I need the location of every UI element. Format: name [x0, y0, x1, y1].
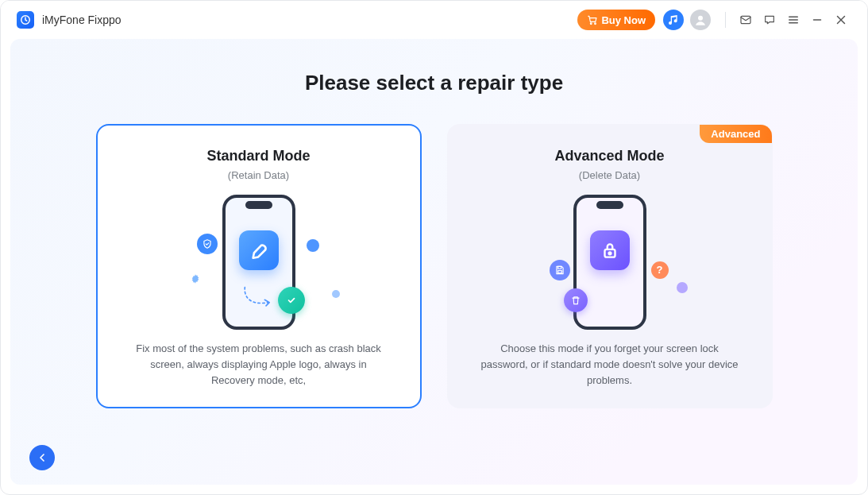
trash-icon [564, 288, 588, 312]
advanced-badge: Advanced [700, 125, 771, 143]
page-heading: Please select a repair type [10, 71, 858, 95]
svg-rect-15 [557, 270, 561, 273]
standard-card-description: Fix most of the system problems, such as… [123, 341, 395, 389]
content-area: Please select a repair type Standard Mod… [10, 39, 858, 485]
svg-point-3 [698, 16, 703, 21]
svg-point-2 [595, 23, 596, 25]
minimize-button[interactable] [805, 8, 829, 32]
app-logo [17, 11, 34, 29]
gear-icon [187, 271, 203, 287]
buy-now-label: Buy Now [601, 14, 646, 26]
advanced-illustration: ? [474, 192, 746, 331]
advanced-card-description: Choose this mode if you forget your scre… [474, 341, 746, 389]
standard-card-subtitle: (Retain Data) [123, 169, 395, 181]
question-icon: ? [651, 261, 669, 279]
shield-icon [197, 234, 218, 254]
svg-rect-14 [557, 266, 561, 269]
titlebar: iMyFone Fixppo Buy Now [1, 1, 867, 39]
svg-point-13 [608, 252, 611, 254]
cards-row: Standard Mode (Retain Data) [10, 124, 858, 408]
close-button[interactable] [829, 8, 853, 32]
music-icon[interactable] [663, 10, 684, 30]
standard-card-title: Standard Mode [123, 148, 395, 164]
menu-icon[interactable] [781, 8, 805, 32]
feedback-icon[interactable] [758, 8, 781, 32]
buy-now-button[interactable]: Buy Now [577, 10, 655, 30]
decor-dot [332, 290, 340, 298]
card-advanced-mode[interactable]: Advanced Advanced Mode (Delete Data) [447, 124, 773, 408]
mail-icon[interactable] [734, 8, 758, 32]
advanced-card-subtitle: (Delete Data) [474, 169, 746, 181]
standard-illustration [123, 192, 395, 331]
advanced-card-title: Advanced Mode [474, 148, 746, 164]
decor-dot [307, 239, 319, 252]
check-icon [278, 287, 305, 314]
profile-icon[interactable] [690, 10, 711, 30]
app-title: iMyFone Fixppo [42, 14, 122, 26]
card-standard-mode[interactable]: Standard Mode (Retain Data) [96, 124, 422, 408]
decor-dot [677, 282, 688, 293]
svg-point-1 [591, 23, 592, 25]
titlebar-divider [725, 12, 726, 28]
disk-icon [550, 260, 570, 280]
back-button[interactable] [29, 445, 55, 470]
